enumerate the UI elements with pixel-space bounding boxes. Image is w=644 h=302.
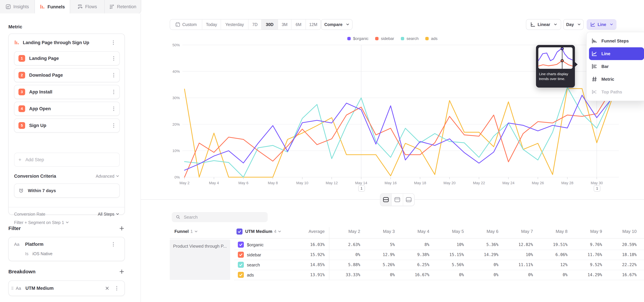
range-label: 6M xyxy=(296,22,302,27)
add-breakdown-icon[interactable] xyxy=(120,269,124,274)
breakdown-select-all-checkbox[interactable] xyxy=(236,228,242,234)
filter-value[interactable]: iOS Native xyxy=(32,251,52,256)
add-step-button[interactable]: + Add Step xyxy=(14,153,120,167)
menu-item-metric[interactable]: Metric xyxy=(589,73,644,86)
range-6m[interactable]: 6M xyxy=(292,20,306,30)
kebab-menu-icon[interactable] xyxy=(111,89,116,95)
tab-label: Funnels xyxy=(48,4,65,10)
date-column-header[interactable]: May 4 xyxy=(395,229,429,234)
menu-item-funnel-steps[interactable]: Funnel Steps xyxy=(589,34,644,47)
table-value: 0% xyxy=(533,272,568,277)
tab-flows[interactable]: Flows xyxy=(70,0,105,14)
funnel-step-1[interactable]: 1Landing Page xyxy=(14,51,120,66)
range-label: 30D xyxy=(266,22,274,27)
kebab-menu-icon[interactable] xyxy=(111,72,116,78)
chart-type-selector-button[interactable]: Line xyxy=(587,19,616,30)
conversion-criteria-label: Conversion Criteria xyxy=(14,174,96,179)
kebab-menu-icon[interactable] xyxy=(111,242,116,247)
menu-item-label: Metric xyxy=(602,77,614,82)
advanced-dropdown[interactable]: Advanced xyxy=(96,174,119,179)
scale-selector-button[interactable]: Linear xyxy=(526,19,561,30)
range-30d[interactable]: 30D xyxy=(262,20,278,30)
range-label: Custom xyxy=(182,22,197,27)
date-column-header[interactable]: May 6 xyxy=(464,229,498,234)
range-3m[interactable]: 3M xyxy=(278,20,292,30)
date-column-header[interactable]: May 10 xyxy=(602,229,636,234)
svg-text:May 30: May 30 xyxy=(591,181,603,185)
table-value: 22.22% xyxy=(602,262,636,267)
calendar-icon xyxy=(175,22,180,27)
chevron-down-icon xyxy=(116,175,119,177)
bottom-panel-view-icon[interactable] xyxy=(403,194,414,206)
chart-type-tooltip: Line charts display trends over time. xyxy=(536,45,575,88)
annotation-badge[interactable]: 1 xyxy=(594,185,600,192)
series-checkbox-ads[interactable] xyxy=(238,272,244,278)
all-steps-dropdown[interactable]: All Steps xyxy=(98,212,119,216)
table-search xyxy=(172,212,268,222)
menu-item-bar[interactable]: Bar xyxy=(589,60,644,73)
remove-breakdown-icon[interactable] xyxy=(105,286,109,290)
table-value: 33.33% xyxy=(326,272,360,277)
series-checkbox-search[interactable] xyxy=(238,262,244,268)
view-switcher xyxy=(380,193,414,206)
tab-insights[interactable]: Insights xyxy=(0,0,35,14)
range-yesterday[interactable]: Yesterday xyxy=(221,20,248,30)
funnel-step-4[interactable]: 4App Open xyxy=(14,102,120,116)
line-chart-icon xyxy=(591,51,598,57)
range-12m[interactable]: 12M xyxy=(306,20,321,30)
top-panel-view-icon[interactable] xyxy=(392,194,403,206)
series-checkbox-sidebar[interactable] xyxy=(238,252,244,258)
range-today[interactable]: Today xyxy=(202,20,221,30)
svg-text:May 4: May 4 xyxy=(209,181,219,185)
funnel-step-2[interactable]: 2Download Page xyxy=(14,68,120,82)
compare-button[interactable]: Compare xyxy=(321,19,352,30)
add-step-label: Add Step xyxy=(26,157,44,162)
date-column-header[interactable]: May 8 xyxy=(533,229,568,234)
funnel-step-5[interactable]: 5Sign Up xyxy=(14,118,120,132)
add-filter-icon[interactable] xyxy=(120,226,124,231)
date-column-header[interactable]: May 5 xyxy=(429,229,464,234)
table-value: 10% xyxy=(498,252,533,257)
table-value: 11.11% xyxy=(498,262,533,267)
table-value: 5.56% xyxy=(429,262,464,267)
breakdown-column-header[interactable]: UTM Medium4 xyxy=(245,229,281,234)
funnel-column-header[interactable]: Funnel1 xyxy=(174,229,198,234)
split-view-icon[interactable] xyxy=(380,194,392,206)
date-column-header[interactable]: May 7 xyxy=(498,229,533,234)
kebab-menu-icon[interactable] xyxy=(114,286,119,291)
svg-text:May 6: May 6 xyxy=(238,181,248,185)
series-checkbox-organic[interactable] xyxy=(238,242,244,248)
tab-label: Insights xyxy=(13,4,29,10)
range-custom[interactable]: Custom xyxy=(170,20,202,30)
drag-handle-icon[interactable] xyxy=(11,286,14,290)
plus-icon: + xyxy=(18,157,22,162)
funnel-group-cell[interactable]: Product Viewed through P... xyxy=(170,240,230,280)
granularity-selector-button[interactable]: Day xyxy=(563,19,584,30)
menu-item-line[interactable]: Line xyxy=(589,47,644,60)
average-column-header[interactable]: Average xyxy=(291,229,325,234)
search-input[interactable] xyxy=(183,214,258,220)
kebab-menu-icon[interactable] xyxy=(111,106,116,112)
date-column-header[interactable]: May 3 xyxy=(360,229,395,234)
axis-icon xyxy=(530,22,536,27)
menu-item-label: Bar xyxy=(602,64,608,69)
conversion-window-button[interactable]: Within 7 days xyxy=(14,184,120,198)
table-value: 15.15% xyxy=(429,252,464,257)
filter-card[interactable]: Aa Platform Is iOS Native xyxy=(8,237,125,261)
tab-funnels[interactable]: Funnels xyxy=(35,0,70,14)
date-column-header[interactable]: May 2 xyxy=(326,229,360,234)
filter-operator[interactable]: Is xyxy=(25,251,28,256)
annotation-badge[interactable]: 1 xyxy=(358,185,365,192)
conversion-window-label: Within 7 days xyxy=(28,188,56,193)
step-number-chip: 2 xyxy=(18,72,25,78)
breakdown-card[interactable]: Aa UTM Medium xyxy=(8,280,125,296)
funnel-step-3[interactable]: 3App Install xyxy=(14,85,120,99)
tab-retention[interactable]: Retention xyxy=(105,0,141,14)
range-7d[interactable]: 7D xyxy=(248,20,262,30)
kebab-menu-icon[interactable] xyxy=(111,40,116,45)
kebab-menu-icon[interactable] xyxy=(111,56,116,61)
kebab-menu-icon[interactable] xyxy=(111,123,116,128)
svg-text:May 20: May 20 xyxy=(444,181,456,185)
date-column-header[interactable]: May 9 xyxy=(568,229,602,234)
filter-segment-dropdown[interactable]: Filter + Segment on Step 1 xyxy=(14,219,69,226)
